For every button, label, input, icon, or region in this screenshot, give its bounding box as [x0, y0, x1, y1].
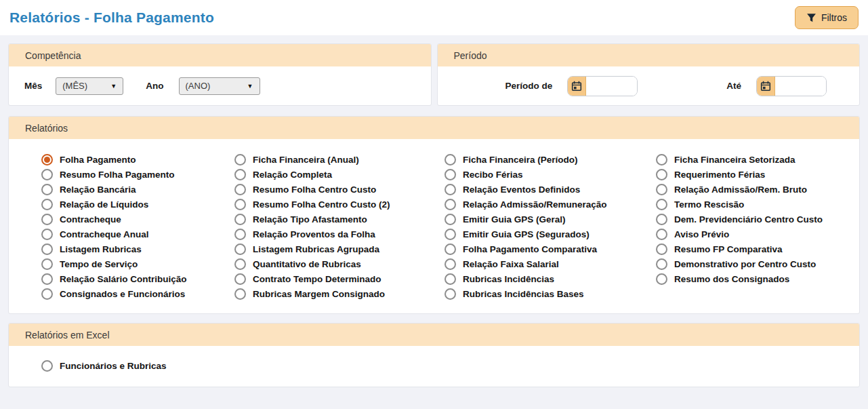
report-option[interactable]: Rubricas Incidências Bases [445, 288, 656, 300]
report-option[interactable]: Ficha Financeira Setorizada [656, 153, 852, 165]
report-option[interactable]: Relação Tipo Afastamento [234, 213, 445, 225]
year-select[interactable]: (ANO) ▼ [179, 77, 260, 95]
panel-relatorios-header: Relatórios [9, 117, 859, 139]
radio-icon[interactable] [234, 288, 246, 300]
report-option[interactable]: Termo Rescisão [656, 198, 852, 210]
radio-icon[interactable] [41, 273, 53, 285]
report-option[interactable]: Quantitativo de Rubricas [234, 258, 445, 270]
chevron-down-icon: ▼ [247, 83, 253, 90]
report-option[interactable]: Funcionários e Rubricas [41, 359, 852, 372]
radio-icon[interactable] [234, 169, 246, 180]
report-option[interactable]: Ficha Financeira (Anual) [234, 153, 445, 165]
radio-icon[interactable] [445, 258, 456, 270]
report-option[interactable]: Relação de Líquidos [41, 198, 234, 210]
report-option[interactable]: Demonstrativo por Centro Custo [656, 258, 852, 270]
radio-icon[interactable] [41, 184, 53, 195]
radio-icon[interactable] [445, 214, 456, 225]
radio-icon[interactable] [445, 199, 456, 210]
period-from-input[interactable] [586, 77, 637, 96]
radio-icon[interactable] [234, 184, 246, 195]
report-option-label: Folha Pagamento Comparativa [463, 244, 597, 254]
report-option[interactable]: Aviso Prévio [656, 228, 852, 240]
report-option[interactable]: Relação Completa [234, 168, 445, 180]
radio-icon[interactable] [445, 184, 456, 195]
filters-button[interactable]: Filtros [795, 6, 859, 29]
radio-icon[interactable] [234, 214, 246, 225]
report-option[interactable]: Relação Proventos da Folha [234, 228, 445, 240]
radio-icon[interactable] [41, 258, 53, 270]
report-option[interactable]: Resumo Folha Pagamento [41, 168, 234, 180]
radio-icon[interactable] [41, 154, 53, 165]
radio-icon[interactable] [234, 154, 246, 165]
report-option[interactable]: Emitir Guia GPS (Segurados) [445, 228, 656, 240]
radio-icon[interactable] [656, 229, 667, 240]
report-option[interactable]: Relação Bancária [41, 183, 234, 195]
report-option[interactable]: Listagem Rubricas Agrupada [234, 243, 445, 255]
radio-icon[interactable] [234, 258, 246, 270]
radio-icon[interactable] [41, 244, 53, 255]
report-option[interactable]: Contrato Tempo Determinado [234, 273, 445, 285]
radio-icon[interactable] [234, 244, 246, 255]
radio-icon[interactable] [656, 214, 667, 225]
report-option[interactable]: Relação Eventos Definidos [445, 183, 656, 195]
radio-icon[interactable] [234, 273, 246, 285]
calendar-icon[interactable] [757, 77, 775, 96]
report-option[interactable]: Consignados e Funcionários [41, 288, 234, 300]
report-option[interactable]: Relação Faixa Salarial [445, 258, 656, 270]
radio-icon[interactable] [445, 288, 456, 300]
radio-icon[interactable] [234, 199, 246, 210]
report-option[interactable]: Resumo Folha Centro Custo [234, 183, 445, 195]
report-option[interactable]: Tempo de Serviço [41, 258, 234, 270]
report-option-label: Relação de Líquidos [60, 199, 148, 210]
report-option[interactable]: Emitir Guia GPS (Geral) [445, 213, 656, 225]
report-option[interactable]: Recibo Férias [445, 168, 656, 180]
report-option[interactable]: Rubricas Margem Consignado [234, 288, 445, 300]
report-option[interactable]: Relação Admissão/Rem. Bruto [656, 183, 852, 195]
report-option-label: Ficha Financeira Setorizada [674, 155, 795, 165]
report-option[interactable]: Resumo Folha Centro Custo (2) [234, 198, 445, 210]
radio-icon[interactable] [41, 229, 53, 240]
radio-icon[interactable] [41, 199, 53, 210]
report-option[interactable]: Relação Admissão/Remuneração [445, 198, 656, 210]
radio-icon[interactable] [234, 229, 246, 240]
radio-icon[interactable] [656, 154, 667, 165]
report-option[interactable]: Ficha Financeira (Período) [445, 153, 656, 165]
radio-icon[interactable] [41, 360, 53, 372]
month-select[interactable]: (MÊS) ▼ [56, 77, 123, 95]
report-option[interactable]: Rubricas Incidências [445, 273, 656, 285]
report-option[interactable]: Resumo dos Consignados [656, 273, 852, 285]
report-option-label: Recibo Férias [463, 170, 523, 180]
report-option[interactable]: Listagem Rubricas [41, 243, 234, 255]
report-option-label: Resumo FP Comparativa [674, 244, 783, 254]
report-option[interactable]: Resumo FP Comparativa [656, 243, 852, 255]
radio-icon[interactable] [445, 229, 456, 240]
report-option[interactable]: Contracheque [41, 213, 234, 225]
excel-report-column: Funcionários e Rubricas [41, 359, 852, 374]
report-option[interactable]: Folha Pagamento Comparativa [445, 243, 656, 255]
calendar-icon[interactable] [568, 77, 586, 96]
period-to-input[interactable] [775, 77, 826, 96]
radio-icon[interactable] [41, 288, 53, 300]
radio-icon[interactable] [445, 244, 456, 255]
radio-icon[interactable] [656, 169, 667, 180]
period-from-field [567, 76, 638, 96]
radio-icon[interactable] [41, 169, 53, 180]
report-option[interactable]: Relação Salário Contribuição [41, 273, 234, 285]
report-option[interactable]: Requerimento Férias [656, 168, 852, 180]
radio-icon[interactable] [656, 244, 667, 255]
report-option[interactable]: Dem. Previdenciário Centro Custo [656, 213, 852, 225]
report-option[interactable]: Contracheque Anual [41, 228, 234, 240]
report-option-label: Aviso Prévio [674, 229, 729, 239]
radio-icon[interactable] [41, 214, 53, 225]
month-label: Mês [24, 81, 42, 91]
radio-icon[interactable] [656, 273, 667, 285]
radio-icon[interactable] [445, 169, 456, 180]
panel-relatorios-excel-header: Relatórios em Excel [9, 324, 859, 346]
radio-icon[interactable] [445, 154, 456, 165]
radio-icon[interactable] [445, 273, 456, 285]
radio-icon[interactable] [656, 184, 667, 195]
chevron-down-icon: ▼ [110, 83, 117, 90]
radio-icon[interactable] [656, 258, 667, 270]
radio-icon[interactable] [656, 199, 667, 210]
report-option[interactable]: Folha Pagamento [41, 153, 234, 165]
